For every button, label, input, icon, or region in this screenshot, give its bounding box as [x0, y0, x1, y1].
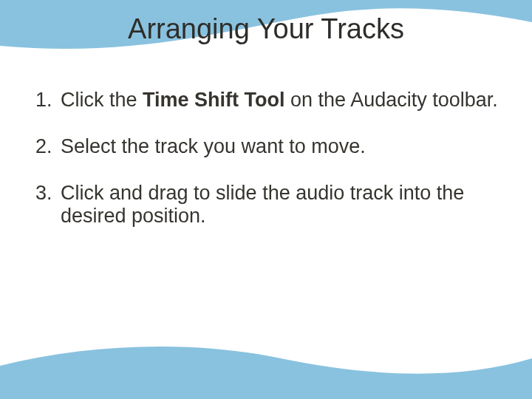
steps-list: Click the Time Shift Tool on the Audacit… [28, 89, 504, 228]
wave-bottom-decoration [0, 325, 532, 399]
slide-body: Click the Time Shift Tool on the Audacit… [28, 89, 504, 251]
step-1-text-pre: Click the [61, 89, 143, 111]
slide: Arranging Your Tracks Click the Time Shi… [0, 0, 532, 399]
step-item-3: Click and drag to slide the audio track … [58, 182, 504, 228]
slide-title: Arranging Your Tracks [0, 13, 532, 45]
step-item-1: Click the Time Shift Tool on the Audacit… [58, 89, 504, 112]
step-item-2: Select the track you want to move. [58, 135, 504, 158]
step-2-text: Select the track you want to move. [61, 135, 366, 157]
step-1-text-post: on the Audacity toolbar. [285, 89, 498, 111]
step-3-text: Click and drag to slide the audio track … [61, 182, 464, 227]
step-1-text-bold: Time Shift Tool [143, 89, 285, 111]
